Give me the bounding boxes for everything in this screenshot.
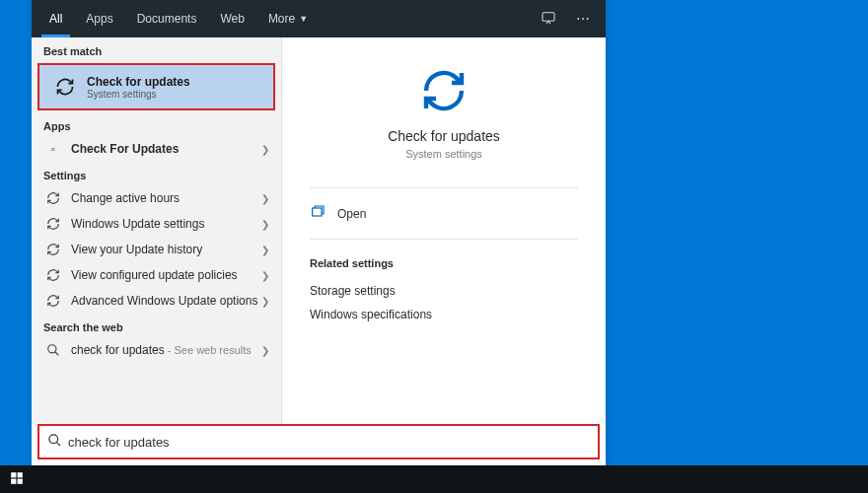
search-panel: All Apps Documents Web More▼ ⋯ Best matc… [32, 0, 606, 465]
divider [310, 187, 578, 188]
svg-rect-6 [11, 478, 16, 483]
best-match-title: Check for updates [87, 75, 190, 89]
settings-result[interactable]: View your Update history ❯ [32, 237, 281, 262]
preview-hero: Check for updates System settings [310, 57, 578, 176]
chevron-right-icon: ❯ [261, 219, 269, 230]
chevron-right-icon: ❯ [261, 270, 269, 281]
open-action[interactable]: Open [310, 200, 578, 227]
best-match-highlight: Check for updates System settings [37, 63, 275, 110]
divider [310, 239, 578, 240]
app-result[interactable]: ▫ Check For Updates ❯ [32, 136, 281, 162]
svg-rect-2 [313, 208, 322, 216]
settings-result-label: Change active hours [71, 191, 261, 205]
update-icon [420, 67, 468, 114]
tab-apps[interactable]: Apps [74, 0, 124, 37]
refresh-icon [43, 191, 63, 205]
search-tabs: All Apps Documents Web More▼ ⋯ [32, 0, 606, 37]
preview-column: Check for updates System settings Open R… [282, 37, 606, 424]
chevron-right-icon: ❯ [261, 193, 269, 204]
preview-sub: System settings [405, 148, 482, 160]
section-settings: Settings [32, 162, 281, 185]
section-apps: Apps [32, 112, 281, 136]
settings-result[interactable]: Windows Update settings ❯ [32, 211, 281, 237]
related-item[interactable]: Windows specifications [310, 303, 578, 326]
svg-rect-7 [18, 478, 23, 483]
chevron-right-icon: ❯ [261, 345, 269, 356]
svg-point-3 [49, 434, 58, 443]
caret-down-icon: ▼ [299, 14, 308, 24]
tab-documents[interactable]: Documents [125, 0, 209, 37]
update-icon [51, 73, 79, 101]
settings-result[interactable]: View configured update policies ❯ [32, 262, 281, 288]
search-content: Best match Check for updates System sett… [32, 37, 606, 424]
svg-rect-4 [11, 472, 16, 477]
start-button[interactable] [10, 471, 24, 488]
settings-result[interactable]: Advanced Windows Update options ❯ [32, 288, 281, 314]
refresh-icon [43, 294, 63, 308]
search-input[interactable] [68, 435, 590, 450]
open-label: Open [337, 207, 366, 221]
settings-result-label: View configured update policies [71, 268, 261, 282]
refresh-icon [43, 243, 63, 256]
preview-title: Check for updates [388, 128, 500, 144]
refresh-icon [43, 268, 63, 282]
open-icon [310, 204, 331, 223]
chevron-right-icon: ❯ [261, 245, 269, 255]
taskbar [0, 465, 868, 493]
tab-web[interactable]: Web [208, 0, 255, 37]
best-match-sub: System settings [87, 89, 190, 100]
more-options-icon[interactable]: ⋯ [566, 11, 600, 27]
tab-all[interactable]: All [37, 0, 74, 37]
search-icon [47, 433, 62, 452]
section-best-match: Best match [32, 37, 281, 61]
app-placeholder-icon: ▫ [43, 142, 63, 156]
related-item[interactable]: Storage settings [310, 279, 578, 303]
svg-rect-0 [542, 12, 554, 21]
settings-result[interactable]: Change active hours ❯ [32, 185, 281, 211]
section-search-web: Search the web [32, 314, 281, 337]
settings-result-label: View your Update history [71, 243, 261, 256]
best-match-item[interactable]: Check for updates System settings [39, 65, 273, 108]
tab-more[interactable]: More▼ [256, 0, 320, 37]
settings-result-label: Advanced Windows Update options [71, 294, 261, 308]
chevron-right-icon: ❯ [261, 144, 269, 155]
settings-result-label: Windows Update settings [71, 217, 261, 231]
web-result-label: check for updates - See web results [71, 343, 261, 357]
web-result[interactable]: check for updates - See web results ❯ [32, 337, 281, 363]
results-column: Best match Check for updates System sett… [32, 37, 282, 424]
search-box[interactable] [37, 424, 600, 459]
svg-rect-5 [18, 472, 23, 477]
search-icon [43, 343, 63, 357]
refresh-icon [43, 217, 63, 231]
feedback-icon[interactable] [531, 10, 566, 29]
related-header: Related settings [310, 257, 578, 269]
svg-point-1 [48, 345, 56, 353]
app-result-label: Check For Updates [71, 142, 261, 156]
chevron-right-icon: ❯ [261, 296, 269, 307]
